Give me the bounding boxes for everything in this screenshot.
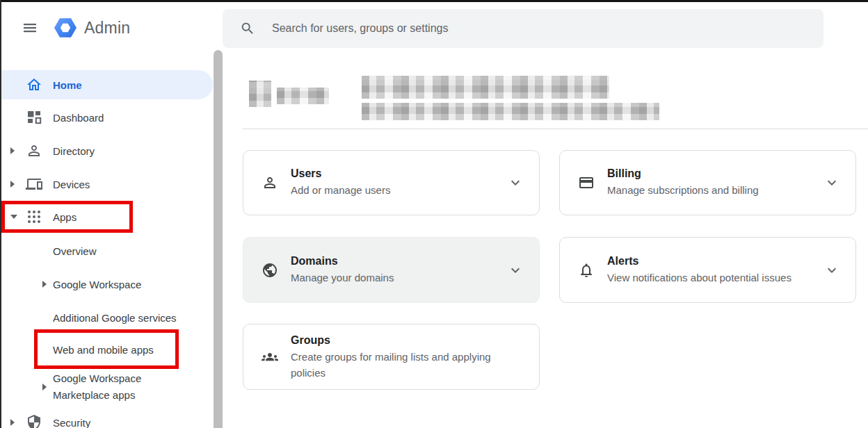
dashboard-icon: [26, 109, 42, 126]
sidebar-item-label: Overview: [53, 245, 97, 257]
sidebar-item-google-workspace[interactable]: Google Workspace: [0, 268, 213, 301]
search-bar[interactable]: [223, 9, 823, 48]
apps-grid-icon: [26, 208, 42, 225]
expand-right-icon[interactable]: [10, 419, 15, 426]
sidebar-item-web-and-mobile-apps[interactable]: Web and mobile apps: [0, 333, 213, 366]
sidebar-item-label: Google Workspace: [53, 279, 141, 290]
person-icon: [262, 174, 278, 191]
redacted-avatar: [249, 81, 271, 107]
product-name: Admin: [84, 19, 130, 38]
sidebar-item-devices[interactable]: Devices: [0, 167, 213, 201]
expand-right-icon[interactable]: [42, 281, 47, 288]
window-top-edge: [0, 0, 868, 2]
sidebar-item-marketplace-apps[interactable]: Google Workspace Marketplace apps: [0, 362, 213, 412]
sidebar-item-additional-google-services[interactable]: Additional Google services: [0, 301, 213, 334]
chevron-down-icon[interactable]: [507, 262, 524, 279]
expand-right-icon[interactable]: [10, 147, 15, 154]
redacted-heading-line-2: [362, 103, 659, 120]
card-users[interactable]: Users Add or manage users: [243, 150, 540, 215]
card-title: Users: [291, 167, 390, 180]
chevron-down-icon[interactable]: [823, 174, 840, 191]
card-description: Manage your domains: [291, 270, 394, 286]
redacted-account-name: [277, 88, 329, 104]
card-billing[interactable]: Billing Manage subscriptions and billing: [559, 150, 856, 215]
card-title: Alerts: [607, 255, 791, 268]
sidebar-item-security[interactable]: Security: [0, 406, 213, 428]
expand-down-icon[interactable]: [10, 215, 17, 219]
globe-icon: [262, 262, 278, 279]
card-alerts[interactable]: Alerts View notifications about potentia…: [559, 237, 856, 303]
card-description: Manage subscriptions and billing: [607, 182, 759, 198]
card-title: Billing: [607, 167, 759, 180]
google-admin-logo[interactable]: Admin: [53, 15, 130, 40]
sidebar-item-home[interactable]: Home: [0, 70, 213, 99]
card-domains[interactable]: Domains Manage your domains: [243, 237, 540, 303]
menu-icon[interactable]: [21, 19, 39, 36]
sidebar-item-apps[interactable]: Apps: [0, 200, 213, 233]
chevron-down-icon[interactable]: [823, 262, 840, 279]
sidebar-item-label: Home: [53, 79, 82, 91]
sidebar-item-label: Google Workspace Marketplace apps: [53, 370, 170, 404]
home-icon: [26, 76, 42, 93]
section-divider: [242, 129, 868, 129]
sidebar-nav: Home Dashboard Directory: [0, 50, 223, 428]
devices-icon: [26, 176, 42, 192]
groups-icon: [262, 349, 278, 365]
redacted-heading-line-1: [362, 76, 609, 99]
chevron-down-icon[interactable]: [507, 174, 524, 191]
person-icon: [26, 142, 42, 159]
sidebar-item-label: Web and mobile apps: [53, 344, 154, 356]
sidebar-item-label: Directory: [53, 145, 95, 157]
card-title: Groups: [291, 334, 524, 346]
admin-console-window: Admin Home Dashboard: [0, 0, 868, 428]
card-groups[interactable]: Groups Create groups for mailing lists a…: [243, 324, 540, 390]
window-left-edge: [0, 0, 1, 428]
expand-right-icon[interactable]: [10, 181, 15, 188]
search-input[interactable]: [271, 22, 823, 35]
search-icon: [240, 21, 255, 36]
expand-right-icon[interactable]: [42, 384, 47, 390]
shield-icon: [26, 414, 42, 428]
card-title: Domains: [291, 255, 394, 268]
admin-hexagon-icon: [53, 15, 78, 40]
sidebar-item-label: Additional Google services: [53, 312, 177, 324]
card-description: Add or manage users: [291, 182, 390, 198]
sidebar-item-label: Devices: [53, 179, 90, 190]
sidebar-item-overview[interactable]: Overview: [0, 234, 213, 268]
sidebar-item-directory[interactable]: Directory: [0, 134, 213, 167]
sidebar-item-dashboard[interactable]: Dashboard: [0, 101, 213, 134]
sidebar-item-label: Apps: [53, 211, 77, 223]
sidebar-scrollbar[interactable]: [214, 50, 223, 428]
sidebar-item-label: Security: [53, 417, 90, 428]
card-description: Create groups for mailing lists and appl…: [291, 348, 524, 380]
sidebar-item-label: Dashboard: [53, 112, 104, 124]
card-description: View notifications about potential issue…: [607, 270, 791, 286]
bell-icon: [578, 262, 595, 279]
credit-card-icon: [578, 174, 595, 191]
